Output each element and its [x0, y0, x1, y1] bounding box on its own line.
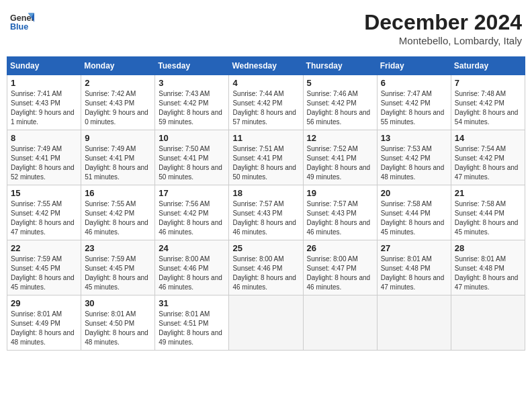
calendar-week-row: 29 Sunrise: 8:01 AM Sunset: 4:49 PM Dayl… [7, 295, 525, 351]
logo-icon: General Blue [10, 10, 34, 34]
day-number: 22 [11, 243, 77, 253]
calendar-cell: 20 Sunrise: 7:58 AM Sunset: 4:44 PM Dayl… [377, 185, 451, 240]
calendar-cell [377, 295, 451, 351]
calendar-cell: 31 Sunrise: 8:01 AM Sunset: 4:51 PM Dayl… [155, 295, 229, 351]
day-info: Sunrise: 7:58 AM Sunset: 4:44 PM Dayligh… [381, 199, 447, 237]
col-header-saturday: Saturday [451, 57, 525, 75]
calendar-cell: 19 Sunrise: 7:57 AM Sunset: 4:43 PM Dayl… [303, 185, 377, 240]
calendar-cell: 29 Sunrise: 8:01 AM Sunset: 4:49 PM Dayl… [7, 295, 81, 351]
day-info: Sunrise: 8:00 AM Sunset: 4:46 PM Dayligh… [159, 255, 225, 292]
calendar-cell: 30 Sunrise: 8:01 AM Sunset: 4:50 PM Dayl… [81, 295, 155, 351]
day-number: 23 [85, 243, 151, 253]
calendar-cell [229, 295, 303, 351]
day-info: Sunrise: 7:53 AM Sunset: 4:42 PM Dayligh… [381, 144, 447, 182]
calendar-week-row: 22 Sunrise: 7:59 AM Sunset: 4:45 PM Dayl… [7, 240, 525, 295]
calendar-cell: 16 Sunrise: 7:55 AM Sunset: 4:42 PM Dayl… [81, 185, 155, 240]
col-header-wednesday: Wednesday [229, 57, 303, 75]
calendar-cell: 2 Sunrise: 7:42 AM Sunset: 4:43 PM Dayli… [81, 75, 155, 130]
calendar-week-row: 8 Sunrise: 7:49 AM Sunset: 4:41 PM Dayli… [7, 130, 525, 185]
day-number: 11 [232, 133, 299, 143]
day-number: 13 [381, 133, 447, 143]
day-info: Sunrise: 7:55 AM Sunset: 4:42 PM Dayligh… [85, 199, 151, 237]
day-number: 29 [11, 298, 77, 308]
calendar-cell: 12 Sunrise: 7:52 AM Sunset: 4:41 PM Dayl… [303, 130, 377, 185]
day-number: 16 [85, 188, 151, 198]
calendar-cell: 18 Sunrise: 7:57 AM Sunset: 4:43 PM Dayl… [229, 185, 303, 240]
calendar-cell: 3 Sunrise: 7:43 AM Sunset: 4:42 PM Dayli… [155, 75, 229, 130]
day-info: Sunrise: 7:43 AM Sunset: 4:42 PM Dayligh… [159, 89, 225, 127]
day-number: 5 [307, 78, 373, 88]
day-info: Sunrise: 8:01 AM Sunset: 4:48 PM Dayligh… [381, 255, 447, 292]
logo: General Blue [10, 10, 36, 34]
calendar-cell: 17 Sunrise: 7:56 AM Sunset: 4:42 PM Dayl… [155, 185, 229, 240]
calendar-cell: 21 Sunrise: 7:58 AM Sunset: 4:44 PM Dayl… [451, 185, 525, 240]
calendar-cell: 27 Sunrise: 8:01 AM Sunset: 4:48 PM Dayl… [377, 240, 451, 295]
calendar-cell: 15 Sunrise: 7:55 AM Sunset: 4:42 PM Dayl… [7, 185, 81, 240]
day-number: 15 [11, 188, 77, 198]
day-info: Sunrise: 8:01 AM Sunset: 4:49 PM Dayligh… [11, 310, 77, 347]
day-number: 8 [11, 133, 77, 143]
calendar-cell: 28 Sunrise: 8:01 AM Sunset: 4:48 PM Dayl… [451, 240, 525, 295]
day-info: Sunrise: 7:50 AM Sunset: 4:41 PM Dayligh… [159, 144, 225, 182]
day-number: 10 [159, 133, 225, 143]
day-number: 1 [11, 78, 77, 88]
col-header-friday: Friday [377, 57, 451, 75]
day-info: Sunrise: 8:01 AM Sunset: 4:50 PM Dayligh… [85, 310, 151, 347]
day-number: 21 [455, 188, 521, 198]
day-info: Sunrise: 7:59 AM Sunset: 4:45 PM Dayligh… [85, 255, 151, 292]
day-number: 18 [232, 188, 299, 198]
col-header-sunday: Sunday [7, 57, 81, 75]
calendar-cell: 13 Sunrise: 7:53 AM Sunset: 4:42 PM Dayl… [377, 130, 451, 185]
day-number: 14 [455, 133, 521, 143]
day-number: 20 [381, 188, 447, 198]
day-info: Sunrise: 8:00 AM Sunset: 4:47 PM Dayligh… [307, 255, 373, 292]
calendar-cell: 7 Sunrise: 7:48 AM Sunset: 4:42 PM Dayli… [451, 75, 525, 130]
calendar-header-row: SundayMondayTuesdayWednesdayThursdayFrid… [7, 57, 525, 75]
calendar-cell: 9 Sunrise: 7:49 AM Sunset: 4:41 PM Dayli… [81, 130, 155, 185]
day-info: Sunrise: 7:56 AM Sunset: 4:42 PM Dayligh… [159, 199, 225, 237]
calendar-cell [451, 295, 525, 351]
col-header-thursday: Thursday [303, 57, 377, 75]
svg-text:Blue: Blue [10, 22, 28, 32]
day-info: Sunrise: 7:49 AM Sunset: 4:41 PM Dayligh… [85, 144, 151, 182]
day-number: 19 [307, 188, 373, 198]
calendar-cell: 4 Sunrise: 7:44 AM Sunset: 4:42 PM Dayli… [229, 75, 303, 130]
day-number: 6 [381, 78, 447, 88]
day-info: Sunrise: 7:49 AM Sunset: 4:41 PM Dayligh… [11, 144, 77, 182]
day-number: 24 [159, 243, 225, 253]
day-info: Sunrise: 7:48 AM Sunset: 4:42 PM Dayligh… [455, 89, 521, 127]
location-title: Montebello, Lombardy, Italy [364, 35, 522, 46]
day-info: Sunrise: 7:52 AM Sunset: 4:41 PM Dayligh… [307, 144, 373, 182]
calendar-cell: 26 Sunrise: 8:00 AM Sunset: 4:47 PM Dayl… [303, 240, 377, 295]
calendar-cell: 10 Sunrise: 7:50 AM Sunset: 4:41 PM Dayl… [155, 130, 229, 185]
col-header-tuesday: Tuesday [155, 57, 229, 75]
day-number: 27 [381, 243, 447, 253]
day-number: 2 [85, 78, 151, 88]
day-number: 4 [232, 78, 299, 88]
calendar-cell: 1 Sunrise: 7:41 AM Sunset: 4:43 PM Dayli… [7, 75, 81, 130]
calendar-cell: 14 Sunrise: 7:54 AM Sunset: 4:42 PM Dayl… [451, 130, 525, 185]
day-number: 12 [307, 133, 373, 143]
day-number: 30 [85, 298, 151, 308]
calendar-cell: 22 Sunrise: 7:59 AM Sunset: 4:45 PM Dayl… [7, 240, 81, 295]
day-number: 26 [307, 243, 373, 253]
day-info: Sunrise: 7:57 AM Sunset: 4:43 PM Dayligh… [232, 199, 299, 237]
day-number: 17 [159, 188, 225, 198]
day-info: Sunrise: 7:57 AM Sunset: 4:43 PM Dayligh… [307, 199, 373, 237]
day-info: Sunrise: 8:00 AM Sunset: 4:46 PM Dayligh… [232, 255, 299, 292]
day-info: Sunrise: 7:42 AM Sunset: 4:43 PM Dayligh… [85, 89, 151, 127]
calendar-cell: 5 Sunrise: 7:46 AM Sunset: 4:42 PM Dayli… [303, 75, 377, 130]
day-info: Sunrise: 7:54 AM Sunset: 4:42 PM Dayligh… [455, 144, 521, 182]
calendar-cell: 24 Sunrise: 8:00 AM Sunset: 4:46 PM Dayl… [155, 240, 229, 295]
day-info: Sunrise: 8:01 AM Sunset: 4:48 PM Dayligh… [455, 255, 521, 292]
calendar-table: SundayMondayTuesdayWednesdayThursdayFrid… [7, 56, 525, 351]
day-info: Sunrise: 7:58 AM Sunset: 4:44 PM Dayligh… [455, 199, 521, 237]
day-info: Sunrise: 7:59 AM Sunset: 4:45 PM Dayligh… [11, 255, 77, 292]
day-info: Sunrise: 7:47 AM Sunset: 4:42 PM Dayligh… [381, 89, 447, 127]
day-number: 9 [85, 133, 151, 143]
day-number: 31 [159, 298, 225, 308]
day-info: Sunrise: 7:44 AM Sunset: 4:42 PM Dayligh… [232, 89, 299, 127]
calendar-cell: 11 Sunrise: 7:51 AM Sunset: 4:41 PM Dayl… [229, 130, 303, 185]
month-title: December 2024 [364, 10, 522, 35]
calendar-week-row: 15 Sunrise: 7:55 AM Sunset: 4:42 PM Dayl… [7, 185, 525, 240]
